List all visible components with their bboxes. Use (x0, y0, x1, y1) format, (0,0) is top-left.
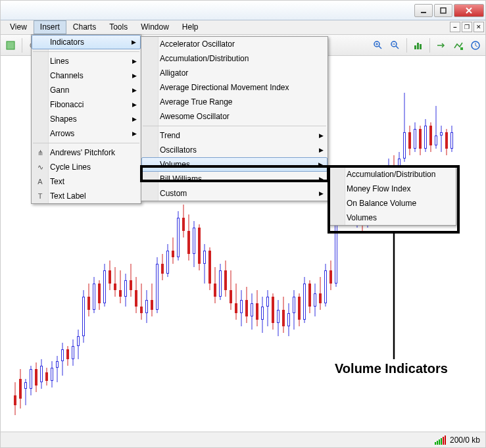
menu-help[interactable]: Help (176, 20, 205, 34)
annotation-label: Volume Indicators (335, 361, 448, 376)
menu-item-andrews-pitchfork[interactable]: ⋔Andrews' Pitchfork (32, 145, 141, 160)
menu-view[interactable]: View (3, 20, 34, 34)
shift-chart-icon[interactable] (434, 38, 449, 53)
menubar: View Insert Charts Tools Window Help ‒ ❐… (1, 20, 485, 35)
svg-rect-1 (441, 8, 446, 13)
svg-rect-15 (420, 44, 422, 49)
cycle-lines-icon: ∿ (34, 163, 46, 172)
menu-label: Average True Range (160, 97, 233, 107)
menu-item-fibonacci[interactable]: Fibonacci▶ (32, 97, 141, 112)
toolbar-button-1[interactable] (3, 38, 18, 53)
menu-label: Awesome Oscillator (160, 112, 230, 121)
menu-label: Gann (50, 86, 69, 95)
indicators-icon[interactable] (451, 38, 466, 53)
menu-item-alligator[interactable]: Alligator (141, 66, 328, 80)
status-text: 200/0 kb (450, 436, 480, 445)
mdi-controls: ‒ ❐ ✕ (449, 20, 485, 34)
submenu-arrow-icon: ▶ (132, 116, 137, 122)
text-icon: A (34, 178, 46, 186)
menu-item-custom[interactable]: Custom▶ (141, 186, 328, 201)
menu-label: Average Directional Movement Index (160, 83, 289, 92)
menu-item-vol-accumulation-distribution[interactable]: Accumulation/Distribution (328, 167, 456, 182)
menu-item-text-label[interactable]: TText Label (32, 189, 141, 203)
menu-item-accumulation-distribution[interactable]: Accumulation/Distribution (141, 51, 328, 66)
menu-item-awesome-oscillator[interactable]: Awesome Oscillator (141, 109, 328, 124)
menu-item-vol-volumes[interactable]: Volumes (328, 211, 456, 225)
submenu-arrow-icon: ▶ (319, 190, 324, 197)
connection-signal-icon (435, 436, 446, 445)
menu-label: Accelerator Oscillator (160, 39, 235, 49)
submenu-arrow-icon: ▶ (319, 132, 324, 139)
maximize-button[interactable] (434, 4, 452, 17)
menu-label: On Balance Volume (347, 199, 416, 208)
zoom-out-icon[interactable] (388, 38, 402, 53)
menu-label: Alligator (160, 68, 188, 78)
submenu-arrow-icon: ▶ (132, 58, 137, 64)
submenu-arrow-icon: ▶ (319, 176, 324, 182)
submenu-arrow-icon: ▶ (132, 87, 137, 93)
menu-item-gann[interactable]: Gann▶ (32, 83, 141, 97)
minimize-button[interactable] (414, 4, 433, 17)
menu-item-on-balance-volume[interactable]: On Balance Volume (328, 196, 456, 211)
menu-insert[interactable]: Insert (34, 20, 66, 34)
submenu-arrow-icon: ▶ (319, 147, 324, 153)
svg-line-11 (396, 46, 399, 49)
pitchfork-icon: ⋔ (34, 149, 46, 157)
menu-label: Oscillators (160, 145, 197, 155)
submenu-arrow-icon: ▶ (132, 39, 136, 45)
svg-line-7 (379, 46, 381, 49)
menu-label: Shapes (50, 114, 77, 124)
menu-item-shapes[interactable]: Shapes▶ (32, 112, 141, 126)
zoom-in-icon[interactable] (371, 38, 385, 53)
menu-item-volumes[interactable]: Volumes▶ (141, 157, 328, 172)
menu-tools[interactable]: Tools (103, 20, 134, 34)
close-button[interactable] (454, 4, 484, 17)
menu-label: Fibonacci (50, 100, 84, 109)
menu-label: Custom (160, 189, 187, 198)
menu-item-oscillators[interactable]: Oscillators▶ (141, 143, 328, 157)
menu-item-channels[interactable]: Channels▶ (32, 68, 141, 83)
insert-menu: Indicators▶ Lines▶ Channels▶ Gann▶ Fibon… (31, 34, 141, 204)
menu-item-accelerator-oscillator[interactable]: Accelerator Oscillator (141, 37, 328, 51)
submenu-arrow-icon: ▶ (132, 72, 137, 79)
text-label-icon: T (34, 192, 46, 200)
menu-item-bill-williams[interactable]: Bill Williams▶ (141, 172, 328, 186)
menu-item-atr[interactable]: Average True Range (141, 95, 328, 109)
submenu-arrow-icon: ▶ (132, 101, 137, 108)
submenu-arrow-icon: ▶ (318, 161, 323, 168)
menu-item-adx[interactable]: Average Directional Movement Index (141, 80, 328, 95)
svg-rect-17 (460, 47, 463, 50)
menu-item-indicators[interactable]: Indicators▶ (32, 35, 141, 49)
indicators-submenu: Accelerator Oscillator Accumulation/Dist… (141, 36, 328, 201)
menu-label: Indicators (50, 37, 84, 47)
menu-item-text[interactable]: AText (32, 174, 141, 189)
menu-label: Text Label (50, 191, 86, 201)
menu-item-money-flow-index[interactable]: Money Flow Index (328, 182, 456, 196)
menu-label: Money Flow Index (347, 184, 410, 193)
menu-item-trend[interactable]: Trend▶ (141, 128, 328, 143)
svg-rect-13 (414, 45, 416, 49)
mdi-restore-button[interactable]: ❐ (462, 22, 472, 32)
menu-label: Andrews' Pitchfork (50, 148, 115, 157)
svg-rect-14 (417, 43, 419, 49)
menu-charts[interactable]: Charts (66, 20, 103, 34)
menu-item-lines[interactable]: Lines▶ (32, 54, 141, 68)
menu-item-cycle-lines[interactable]: ∿Cycle Lines (32, 160, 141, 174)
periodicity-icon[interactable] (468, 38, 483, 53)
menu-label: Accumulation/Distribution (347, 170, 435, 179)
menu-label: Lines (50, 57, 69, 66)
menu-label: Text (50, 177, 64, 186)
volumes-submenu: Accumulation/Distribution Money Flow Ind… (328, 166, 456, 226)
menu-window[interactable]: Window (134, 20, 176, 34)
mdi-minimize-button[interactable]: ‒ (450, 22, 460, 32)
window-titlebar (1, 1, 485, 20)
svg-rect-4 (7, 41, 14, 49)
menu-label: Volumes (347, 213, 377, 222)
mdi-close-button[interactable]: ✕ (474, 22, 484, 32)
menu-label: Volumes (160, 160, 190, 169)
menu-label: Arrows (50, 129, 74, 138)
submenu-arrow-icon: ▶ (132, 130, 137, 137)
chart-bars-icon[interactable] (411, 38, 425, 53)
menu-item-arrows[interactable]: Arrows▶ (32, 126, 141, 141)
menu-label: Channels (50, 71, 84, 80)
